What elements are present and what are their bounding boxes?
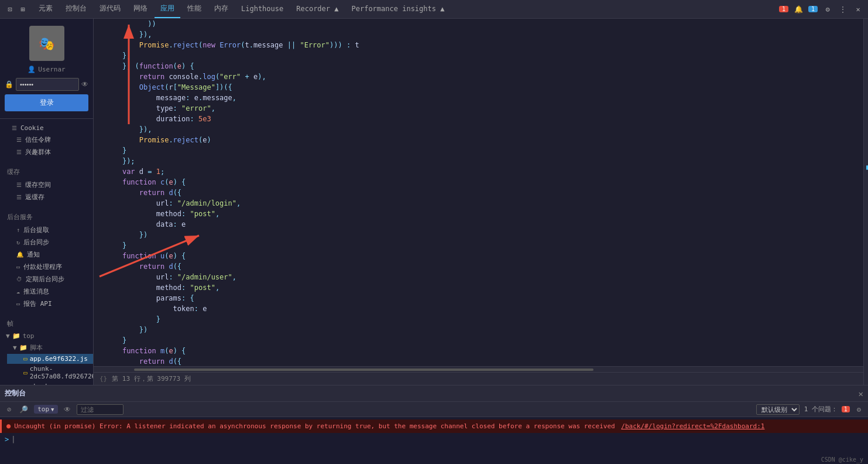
tab-lighthouse[interactable]: Lighthouse — [235, 0, 289, 18]
notification-bell-icon: 🔔 — [16, 251, 23, 258]
top-folder[interactable]: ▼ 📁 top — [0, 330, 93, 342]
code-scroll[interactable]: )) }), Promise.reject(new Error(t.messag… — [94, 19, 863, 366]
scripts-folder-icon: 📁 — [19, 344, 28, 352]
code-line: url: "/admin/user", — [94, 272, 863, 282]
code-line: return console.log("err" + e), — [94, 71, 863, 82]
code-line: }, (function(e) { — [94, 61, 863, 71]
filter-input[interactable] — [77, 404, 123, 415]
backend-header: 后台服务 — [0, 210, 93, 224]
console-cursor[interactable]: | — [11, 435, 15, 443]
console-input-line: > | — [0, 433, 868, 446]
code-line: duration: 5e3 — [94, 114, 863, 124]
eye-filter-button[interactable]: 👁 — [61, 404, 73, 415]
code-line: }), — [94, 29, 863, 40]
code-line: } — [94, 335, 863, 346]
credit-label: CSDN @cike_y — [821, 456, 863, 463]
sidebar-item-report[interactable]: ▭ 报告 API — [0, 298, 93, 310]
backend-sync-icon: ↻ — [16, 239, 20, 245]
tab-application[interactable]: 应用 — [155, 0, 180, 18]
code-line: url: "/admin/login", — [94, 198, 863, 209]
code-line: var d = 1; — [94, 166, 863, 177]
top-nav-bar: ⊡ ⊞ 元素 控制台 源代码 网络 应用 性能 内存 Lighthouse Re… — [0, 0, 868, 19]
close-icon[interactable]: ✕ — [853, 4, 863, 15]
panel-title: 控制台 — [5, 388, 26, 398]
settings-icon[interactable]: ⚙ — [822, 4, 833, 15]
cache-header: 缓存 — [0, 165, 93, 179]
console-settings-button[interactable]: ⚙ — [855, 404, 863, 415]
frames-header: 帧 — [0, 317, 93, 330]
nav-icons: ⊡ ⊞ — [0, 4, 33, 15]
notification-icon[interactable]: 🔔 — [793, 4, 804, 15]
js-file-icon-0: ▭ — [23, 355, 28, 363]
message-badge: 1 — [808, 6, 818, 12]
code-line: type: "error", — [94, 103, 863, 114]
code-line: return d({ — [94, 356, 863, 366]
code-line: message: e.message, — [94, 93, 863, 103]
eye-icon[interactable]: 👁 — [81, 80, 88, 88]
tab-sources[interactable]: 源代码 — [94, 0, 126, 18]
level-select[interactable]: 默认级别 — [756, 404, 800, 415]
issue-count-badge: 1 — [842, 406, 850, 412]
console-error-message: ● Uncaught (in promise) Error: A listene… — [0, 419, 868, 433]
login-button[interactable]: 登录 — [5, 94, 88, 111]
clear-console-button[interactable]: ⊘ — [5, 404, 13, 415]
report-icon: ▭ — [16, 301, 20, 307]
sidebar-item-cookie[interactable]: ☰ Cookie — [0, 122, 93, 134]
tab-memory[interactable]: 内存 — [208, 0, 234, 18]
user-label-row: 👤 Usernar — [28, 66, 65, 73]
h-scrollbar[interactable] — [94, 366, 863, 372]
password-input[interactable] — [16, 78, 79, 91]
sidebar-item-cache-space[interactable]: ☰ 缓存空间 — [0, 179, 93, 191]
right-scrollbar[interactable] — [863, 19, 868, 385]
tab-recorder[interactable]: Recorder ▲ — [290, 0, 344, 18]
console-prompt: > — [5, 435, 9, 443]
sidebar-item-trust-token[interactable]: ☰ 信任令牌 — [0, 134, 93, 146]
top-filter-chip[interactable]: top ▼ — [34, 405, 57, 414]
sidebar-item-return-cache[interactable]: ☰ 返缓存 — [0, 191, 93, 203]
code-line: function c(e) { — [94, 177, 863, 187]
sidebar-item-backend-fetch[interactable]: ↑ 后台提取 — [0, 224, 93, 236]
filter-icon-button[interactable]: 🔎 — [17, 404, 30, 415]
console-content: ● Uncaught (in promise) Error: A listene… — [0, 417, 868, 464]
code-line: params: { — [94, 293, 863, 303]
code-line: }) — [94, 230, 863, 240]
sidebar-item-push[interactable]: ☁ 推送消息 — [0, 285, 93, 298]
code-line: }), — [94, 124, 863, 135]
cache-section: 缓存 ☰ 缓存空间 ☰ 返缓存 — [0, 162, 93, 207]
tab-performance-insights[interactable]: Performance insights ▲ — [346, 0, 451, 18]
code-line: } — [94, 314, 863, 325]
tab-performance[interactable]: 性能 — [181, 0, 207, 18]
sidebar-item-notification[interactable]: 🔔 通知 — [0, 248, 93, 261]
tab-elements[interactable]: 元素 — [33, 0, 59, 18]
periodic-icon: ⏱ — [16, 276, 22, 282]
backend-section: 后台服务 ↑ 后台提取 ↻ 后台同步 🔔 通知 ▭ 付款处理程序 ⏱ 定期后台同… — [0, 207, 93, 313]
file-chunk-1[interactable]: ▭ chunk-2dc57a08.fd926726.js — [7, 364, 93, 381]
code-line: token: e — [94, 303, 863, 314]
sidebar-item-interest-group[interactable]: ☰ 兴趣群体 — [0, 146, 93, 158]
code-content: )) }), Promise.reject(new Error(t.messag… — [94, 19, 863, 366]
push-icon: ☁ — [16, 288, 20, 295]
scripts-folder[interactable]: ▼ 📁 脚本 — [7, 342, 93, 354]
tab-network[interactable]: 网络 — [128, 0, 153, 18]
inspect-icon[interactable]: ⊞ — [18, 4, 28, 15]
error-icon: ● — [6, 422, 11, 430]
nav-tabs: 元素 控制台 源代码 网络 应用 性能 内存 Lighthouse Record… — [33, 0, 450, 18]
code-line: } — [94, 240, 863, 251]
nav-right-section: 1 🔔 1 ⚙ ⋮ ✕ — [779, 4, 868, 15]
panel-header: 控制台 ✕ — [0, 385, 868, 402]
cursor-icon[interactable]: ⊡ — [5, 4, 15, 15]
error-link[interactable]: /back/#/login?redirect=%2Fdashboard:1 — [621, 422, 764, 430]
cache-space-icon: ☰ — [16, 182, 22, 188]
format-icon[interactable]: {} — [100, 375, 107, 383]
panel-close-button[interactable]: ✕ — [859, 389, 863, 398]
login-form: 🔒 👁 登录 — [5, 78, 88, 111]
sidebar-item-periodic[interactable]: ⏱ 定期后台同步 — [0, 273, 93, 285]
code-line: method: "post", — [94, 209, 863, 219]
more-icon[interactable]: ⋮ — [838, 4, 848, 15]
code-line: function u(e) { — [94, 251, 863, 261]
sidebar-item-payment[interactable]: ▭ 付款处理程序 — [0, 261, 93, 273]
code-line: Object(r["Message"])({ — [94, 82, 863, 93]
sidebar-item-backend-sync[interactable]: ↻ 后台同步 — [0, 236, 93, 248]
file-app-js[interactable]: ▭ app.6e9f6322.js — [7, 354, 93, 364]
tab-console[interactable]: 控制台 — [60, 0, 92, 18]
